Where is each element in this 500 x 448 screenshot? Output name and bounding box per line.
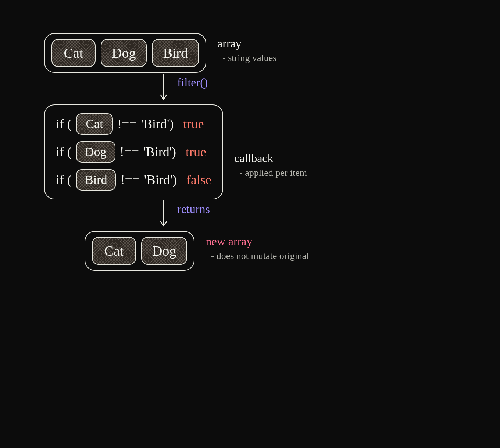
annotation-sub: does not mutate original bbox=[206, 250, 309, 262]
annotation-sub: string values bbox=[217, 53, 276, 64]
annotation-sub: applied per item bbox=[234, 167, 307, 178]
compare: 'Bird') bbox=[143, 145, 176, 159]
callback-container: if ( Cat !== 'Bird') true if ( Dog !== '… bbox=[44, 104, 223, 199]
connector-returns: returns bbox=[158, 199, 463, 231]
arrow-down-icon bbox=[158, 73, 169, 104]
connector-label: returns bbox=[177, 199, 210, 216]
operator: !== bbox=[117, 117, 137, 131]
array-item: Bird bbox=[152, 39, 199, 67]
compare: 'Bird') bbox=[144, 173, 177, 186]
callback-row: if ( Cat !== 'Bird') true bbox=[56, 113, 204, 135]
result-item: Dog bbox=[141, 237, 187, 265]
callback-value: Dog bbox=[76, 141, 115, 163]
callback-annotation: callback applied per item bbox=[234, 148, 307, 178]
array-item: Cat bbox=[51, 39, 96, 67]
operator: !== bbox=[120, 145, 139, 159]
array-container: Cat Dog Bird bbox=[44, 33, 206, 73]
array-item: Dog bbox=[101, 39, 147, 67]
if-open: if ( bbox=[56, 173, 72, 186]
arrow-down-icon bbox=[158, 199, 169, 231]
callback-result: true bbox=[183, 117, 204, 131]
stage-result: Cat Dog new array does not mutate origin… bbox=[85, 231, 463, 271]
callback-result: true bbox=[186, 145, 206, 159]
if-open: if ( bbox=[56, 117, 72, 131]
stage-array: Cat Dog Bird array string values bbox=[44, 33, 463, 73]
result-annotation: new array does not mutate original bbox=[206, 231, 309, 262]
callback-result: false bbox=[186, 173, 211, 186]
array-annotation: array string values bbox=[217, 33, 276, 64]
annotation-title: new array bbox=[206, 235, 309, 248]
operator: !== bbox=[120, 173, 140, 186]
connector-filter: filter() bbox=[158, 73, 463, 104]
if-open: if ( bbox=[56, 145, 72, 159]
compare: 'Bird') bbox=[141, 117, 174, 131]
callback-value: Bird bbox=[76, 169, 116, 191]
callback-row: if ( Dog !== 'Bird') true bbox=[56, 141, 206, 163]
connector-label: filter() bbox=[177, 73, 208, 89]
callback-value: Cat bbox=[76, 113, 113, 135]
stage-callback: if ( Cat !== 'Bird') true if ( Dog !== '… bbox=[44, 104, 463, 199]
callback-row: if ( Bird !== 'Bird') false bbox=[56, 169, 211, 191]
annotation-title: array bbox=[217, 37, 276, 50]
result-container: Cat Dog bbox=[85, 231, 194, 271]
annotation-title: callback bbox=[234, 152, 307, 165]
result-item: Cat bbox=[92, 237, 136, 265]
